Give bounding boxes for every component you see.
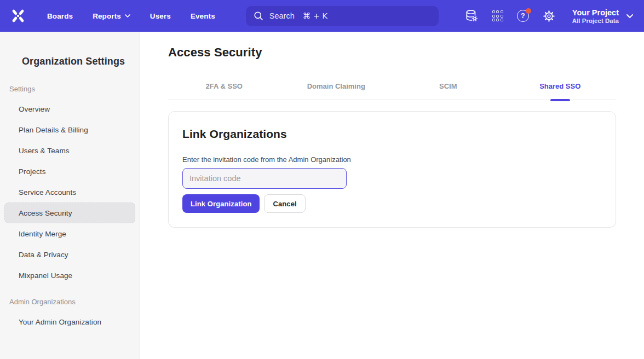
sidebar-item-data-privacy[interactable]: Data & Privacy [4, 244, 135, 265]
tab-shared-sso-label: Shared SSO [539, 82, 580, 90]
data-management-button[interactable] [464, 9, 479, 23]
notification-dot [526, 8, 531, 14]
card-title: Link Organizations [182, 128, 602, 141]
app-root: Boards Reports Users Events Search ⌘ + K [0, 0, 644, 359]
nav-item-boards[interactable]: Boards [47, 12, 73, 20]
nav-item-users[interactable]: Users [150, 12, 171, 20]
gear-icon [543, 10, 555, 22]
tab-bar: 2FA & SSO Domain Claiming SCIM Shared SS… [168, 77, 616, 100]
tab-shared-sso[interactable]: Shared SSO [504, 77, 617, 100]
help-button[interactable]: ? [517, 10, 529, 22]
search-shortcut: ⌘ + K [303, 11, 327, 20]
database-gear-icon [464, 9, 479, 23]
sidebar-item-users-teams[interactable]: Users & Teams [4, 140, 135, 161]
project-switcher[interactable]: Your Project All Project Data [572, 8, 633, 24]
admin-nav-list: Your Admin Organization [0, 311, 140, 332]
settings-button[interactable] [543, 10, 555, 22]
nav-item-events-label: Events [191, 12, 215, 20]
content-shell: Organization Settings Settings Overview … [0, 32, 644, 359]
search-input[interactable]: Search ⌘ + K [246, 6, 439, 26]
nav-item-boards-label: Boards [47, 12, 73, 20]
nav-item-reports-label: Reports [93, 12, 121, 20]
chevron-down-icon [626, 14, 633, 18]
link-organizations-card: Link Organizations Enter the invitation … [168, 111, 616, 228]
project-scope: All Project Data [572, 18, 619, 24]
mixpanel-logo[interactable] [11, 9, 27, 23]
top-navbar: Boards Reports Users Events Search ⌘ + K [0, 0, 644, 32]
card-actions: Link Organization Cancel [182, 194, 602, 213]
section-label-settings: Settings [9, 85, 140, 93]
settings-nav-list: Overview Plan Details & Billing Users & … [0, 99, 140, 286]
sidebar-item-mixpanel-usage[interactable]: Mixpanel Usage [4, 265, 135, 286]
search-icon [254, 11, 263, 21]
sidebar-item-access-security[interactable]: Access Security [4, 202, 135, 223]
grid-icon [492, 10, 503, 21]
page-title: Access Security [168, 45, 644, 60]
cancel-button[interactable]: Cancel [264, 194, 305, 213]
tab-2fa-sso[interactable]: 2FA & SSO [168, 77, 280, 100]
main-content: Access Security 2FA & SSO Domain Claimin… [140, 32, 644, 359]
sidebar-item-identity-merge[interactable]: Identity Merge [4, 223, 135, 244]
invitation-code-input[interactable] [182, 168, 347, 189]
sidebar-item-projects[interactable]: Projects [4, 161, 135, 182]
section-label-admin-organizations: Admin Organizations [9, 298, 140, 306]
project-info: Your Project All Project Data [572, 8, 619, 24]
project-name: Your Project [572, 8, 619, 18]
sidebar-item-overview[interactable]: Overview [4, 99, 135, 119]
invitation-code-label: Enter the invitation code from the Admin… [182, 155, 602, 164]
primary-nav: Boards Reports Users Events [47, 12, 215, 20]
link-organization-button[interactable]: Link Organization [182, 194, 260, 213]
nav-item-users-label: Users [150, 12, 171, 20]
active-tab-indicator [550, 99, 570, 101]
tab-domain-claiming[interactable]: Domain Claiming [280, 77, 393, 100]
mixpanel-logo-icon [11, 9, 25, 23]
sidebar: Organization Settings Settings Overview … [0, 32, 140, 359]
search-placeholder: Search [269, 11, 295, 20]
apps-grid-button[interactable] [492, 10, 503, 21]
sidebar-item-your-admin-organization[interactable]: Your Admin Organization [4, 311, 135, 332]
sidebar-item-service-accounts[interactable]: Service Accounts [4, 182, 135, 202]
navbar-right: ? [464, 8, 633, 24]
nav-item-events[interactable]: Events [191, 12, 215, 20]
sidebar-item-plan-details-billing[interactable]: Plan Details & Billing [4, 119, 135, 140]
tab-scim[interactable]: SCIM [392, 77, 504, 100]
nav-item-reports[interactable]: Reports [93, 12, 130, 20]
sidebar-title: Organization Settings [22, 56, 140, 67]
chevron-down-icon [125, 14, 130, 18]
